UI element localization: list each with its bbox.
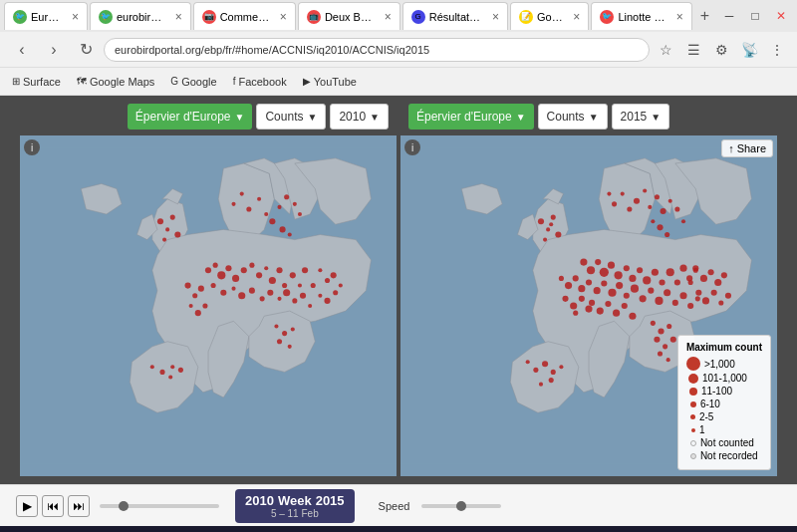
bookmark-star-icon[interactable]: ☆ xyxy=(654,38,677,62)
right-map-info-icon[interactable]: i xyxy=(404,139,420,155)
right-year-dropdown[interactable]: 2015 ▼ xyxy=(612,104,670,130)
cast-icon[interactable]: 📡 xyxy=(737,38,761,62)
svg-point-112 xyxy=(616,282,623,289)
tab-close-btn-2[interactable]: × xyxy=(175,10,182,24)
svg-point-98 xyxy=(629,275,636,282)
bookmark-surface[interactable]: ⊞ Surface xyxy=(8,74,65,90)
tab-close-btn[interactable]: × xyxy=(72,10,79,24)
svg-point-137 xyxy=(573,311,578,316)
tab-favicon-6: 📝 xyxy=(519,10,533,24)
left-year-dropdown[interactable]: 2010 ▼ xyxy=(330,104,389,130)
svg-point-47 xyxy=(198,286,204,292)
svg-point-140 xyxy=(542,361,548,367)
svg-point-142 xyxy=(559,365,563,369)
tab-label-7: Linotte mélodieuse - xyxy=(618,11,667,23)
tab-5[interactable]: G Résultats Google Rec × xyxy=(402,2,508,30)
left-map-info-icon[interactable]: i xyxy=(24,139,40,155)
svg-point-23 xyxy=(241,267,247,273)
bookmark-facebook[interactable]: f Facebook xyxy=(229,74,291,90)
step-begin-button[interactable]: ⏮ xyxy=(42,495,64,517)
left-species-dropdown[interactable]: Épervier d'Europe ▼ xyxy=(128,104,253,130)
svg-point-33 xyxy=(211,283,216,288)
svg-point-30 xyxy=(290,272,296,278)
svg-point-51 xyxy=(150,365,154,369)
surface-icon: ⊞ xyxy=(12,76,20,87)
svg-point-27 xyxy=(269,277,276,284)
bookmark-googlemaps[interactable]: 🗺 Google Maps xyxy=(73,74,158,90)
new-tab-button[interactable]: + xyxy=(694,7,715,25)
svg-point-25 xyxy=(256,272,262,278)
forward-button[interactable]: › xyxy=(40,36,68,64)
legend-dot-11 xyxy=(689,388,697,396)
legend-item-11: 11-100 xyxy=(686,386,762,397)
svg-point-68 xyxy=(288,345,292,349)
svg-point-113 xyxy=(624,293,630,299)
svg-point-4 xyxy=(162,238,166,242)
tab-label: EuroBirdPortal xyxy=(31,11,64,23)
right-metric-arrow: ▼ xyxy=(589,112,599,123)
playback-controls: ▶ ⏮ ⏭ xyxy=(16,495,219,517)
share-button[interactable]: ↑ Share xyxy=(721,139,773,157)
facebook-icon: f xyxy=(233,76,236,87)
menu-icon[interactable]: ☰ xyxy=(681,38,705,62)
right-metric-dropdown[interactable]: Counts ▼ xyxy=(538,104,608,130)
svg-point-72 xyxy=(551,215,556,220)
tab-close-btn-6[interactable]: × xyxy=(573,10,580,24)
tab-close-btn-4[interactable]: × xyxy=(385,10,392,24)
right-species-arrow: ▼ xyxy=(516,112,526,123)
tab-label-4: Deux Belges décider xyxy=(325,11,377,23)
left-metric-dropdown[interactable]: Counts ▼ xyxy=(256,104,326,130)
tab-label-5: Résultats Google Rec xyxy=(429,11,484,23)
tab-3[interactable]: 📷 Comment faire 1 cap × xyxy=(193,2,296,30)
svg-point-41 xyxy=(283,289,290,296)
speed-slider[interactable] xyxy=(421,504,501,508)
close-button[interactable]: ✕ xyxy=(769,4,793,28)
settings-icon[interactable]: ⚙ xyxy=(709,38,733,62)
svg-point-144 xyxy=(539,383,543,387)
legend-dot-1 xyxy=(691,428,695,432)
tab-close-btn-3[interactable]: × xyxy=(280,10,287,24)
svg-point-15 xyxy=(298,212,302,216)
play-button[interactable]: ▶ xyxy=(16,495,38,517)
share-label: Share xyxy=(737,142,766,154)
svg-point-45 xyxy=(185,283,191,289)
bookmark-youtube[interactable]: ▶ YouTube xyxy=(299,74,361,90)
right-species-label: Épervier d'Europe xyxy=(416,110,512,124)
svg-point-13 xyxy=(284,194,289,199)
maps-icon: 🗺 xyxy=(77,76,87,87)
svg-point-160 xyxy=(663,344,667,349)
svg-point-115 xyxy=(640,295,647,302)
tab-2[interactable]: 🐦 eurobirdportal - Recl × xyxy=(90,2,191,30)
bookmarks-bar: ⊞ Surface 🗺 Google Maps G Google f Faceb… xyxy=(0,68,797,96)
back-button[interactable]: ‹ xyxy=(8,36,36,64)
timeline-slider[interactable] xyxy=(100,504,219,508)
svg-point-120 xyxy=(679,292,686,299)
tab-favicon-3: 📷 xyxy=(202,10,216,24)
left-species-arrow: ▼ xyxy=(235,112,245,123)
refresh-button[interactable]: ↻ xyxy=(72,36,100,64)
maximize-button[interactable]: □ xyxy=(743,4,767,28)
svg-point-154 xyxy=(718,300,723,305)
svg-point-36 xyxy=(238,292,245,299)
more-icon[interactable]: ⋮ xyxy=(765,38,789,62)
share-icon: ↑ xyxy=(728,142,734,154)
svg-point-57 xyxy=(325,278,330,283)
tab-close-btn-5[interactable]: × xyxy=(492,10,499,24)
tab-close-btn-7[interactable]: × xyxy=(676,10,683,24)
tab-4[interactable]: 📺 Deux Belges décider × xyxy=(298,2,400,30)
address-bar[interactable] xyxy=(104,38,650,62)
svg-point-91 xyxy=(580,258,587,265)
svg-point-128 xyxy=(629,313,636,320)
tab-7[interactable]: 🐦 Linotte mélodieuse - × xyxy=(591,2,691,30)
svg-point-96 xyxy=(615,271,623,279)
minimize-button[interactable]: ─ xyxy=(717,4,741,28)
tab-eurobirdportal[interactable]: 🐦 EuroBirdPortal × xyxy=(4,2,88,30)
svg-point-14 xyxy=(293,202,297,206)
svg-point-10 xyxy=(264,212,268,216)
step-forward-button[interactable]: ⏭ xyxy=(68,495,90,517)
right-species-dropdown[interactable]: Épervier d'Europe ▼ xyxy=(408,104,534,130)
tab-6[interactable]: 📝 Google Keep × xyxy=(510,2,589,30)
svg-point-162 xyxy=(658,351,663,356)
svg-point-22 xyxy=(232,275,239,282)
bookmark-google[interactable]: G Google xyxy=(166,74,220,90)
